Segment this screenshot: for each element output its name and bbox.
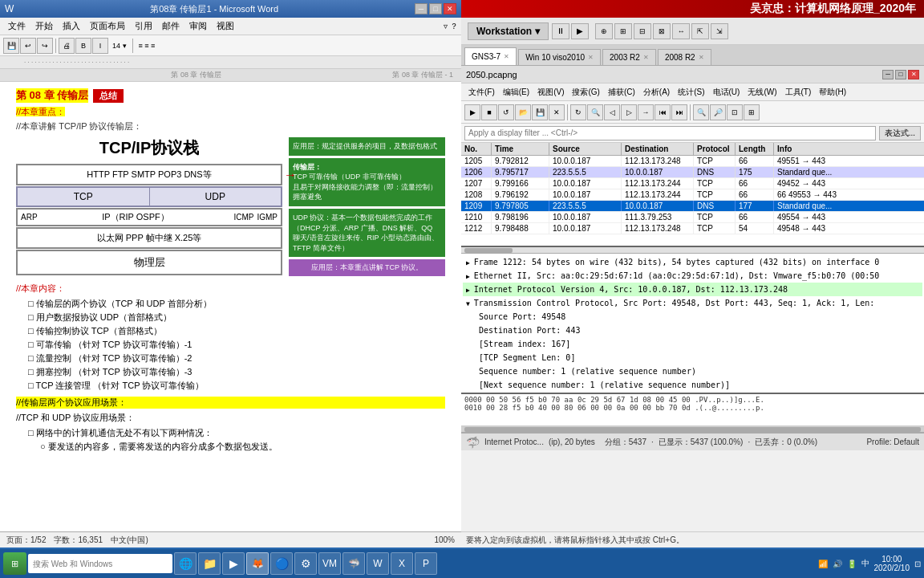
packet-scrollbar[interactable] [461,247,924,254]
ws-toolbar-resize-cols[interactable]: ⊞ [744,104,760,120]
detail-ip[interactable]: ▶ Internet Protocol Version 4, Src: 10.0… [463,283,922,296]
taskbar-app-vmware[interactable]: VM [318,552,341,575]
gns3-tab-0-close[interactable]: ✕ [504,53,509,60]
taskbar-notifications[interactable]: ⊡ [914,560,921,568]
ws-minimize-btn[interactable]: ─ [882,70,894,79]
vm-btn-5[interactable]: ↔ [672,23,690,39]
gns3-tab-2[interactable]: 2003 R2 ✕ [602,49,656,65]
ws-menu-analyze[interactable]: 分析(A) [639,85,674,100]
word-menu-review[interactable]: 审阅 [184,18,212,34]
ws-toolbar-stop[interactable]: ■ [481,104,497,120]
detail-ethernet[interactable]: ▶ Ethernet II, Src: aa:0c:29:5d:67:1d (a… [463,269,922,283]
ws-menu-go[interactable]: 搜索(G) [568,85,603,100]
ws-menu-file[interactable]: 文件(F) [464,85,499,100]
ws-toolbar-first[interactable]: ⏮ [654,104,671,120]
vm-btn-1[interactable]: ⊕ [595,23,613,39]
ws-menu-help[interactable]: 帮助(H) [815,85,850,100]
word-maximize-button[interactable]: □ [429,3,442,14]
vm-btn-6[interactable]: ⇱ [691,23,709,39]
word-minimize-button[interactable]: ─ [415,3,428,14]
ws-menu-capture[interactable]: 捕获(C) [604,85,639,100]
toolbar-italic-btn[interactable]: I [92,38,108,54]
ws-toolbar-zoom-out[interactable]: 🔎 [710,104,726,120]
taskbar-app-wireshark[interactable]: 🦈 [342,552,365,575]
word-menu-layout[interactable]: 页面布局 [85,18,130,34]
toolbar-undo-btn[interactable]: ↩ [20,38,36,54]
taskbar-app-chrome[interactable]: 🔵 [270,552,293,575]
toolbar-print-btn[interactable]: 🖨 [59,38,75,54]
ws-menu-wireless[interactable]: 无线(W) [744,85,780,100]
taskbar-app-firefox[interactable]: 🦊 [246,552,269,575]
gns3-tab-1-close[interactable]: ✕ [588,54,594,61]
detail-frame[interactable]: ▶ Frame 1212: 54 bytes on wire (432 bits… [463,255,922,269]
taskbar-app-ppt[interactable]: P [415,552,437,575]
vm-btn-4[interactable]: ⊠ [653,23,671,39]
filter-input[interactable] [464,126,876,140]
taskbar-app-ie[interactable]: 🌐 [174,552,197,575]
ws-menu-view[interactable]: 视图(V) [533,85,568,100]
ws-menu-tools[interactable]: 工具(T) [781,85,816,100]
ws-menu-telephony[interactable]: 电话(U) [709,85,744,100]
ws-toolbar-save[interactable]: 💾 [532,104,548,120]
packet-detail[interactable]: ▶ Frame 1212: 54 bytes on wire (432 bits… [461,254,924,394]
hex-scrollbar[interactable] [461,426,924,433]
ws-toolbar-last[interactable]: ⏭ [671,104,687,120]
vm-btn-7[interactable]: ⇲ [711,23,728,39]
pause-btn[interactable]: ⏸ [552,23,569,39]
ws-toolbar-goto[interactable]: → [638,104,654,120]
word-menu-references[interactable]: 引用 [130,18,157,34]
ws-menu-stats[interactable]: 统计(S) [674,85,708,100]
filter-expr-btn[interactable]: 表达式... [879,126,921,140]
word-close-button[interactable]: ✕ [444,3,456,14]
packet-row-1209[interactable]: 1209 9.797805 223.5.5.5 10.0.0.187 DNS 1… [461,201,924,212]
ws-close-btn[interactable]: ✕ [908,70,919,79]
ws-toolbar-close[interactable]: ✕ [549,104,565,120]
ws-maximize-btn[interactable]: □ [895,70,906,79]
vm-btn-3[interactable]: ⊟ [634,23,651,39]
packet-row-1208[interactable]: 1208 9.796192 10.0.0.187 112.13.173.244 … [461,189,924,201]
ws-toolbar-prev[interactable]: ◁ [604,104,620,120]
toolbar-save-btn[interactable]: 💾 [3,38,19,54]
toolbar-redo-btn[interactable]: ↪ [37,38,53,54]
gns3-tab-1[interactable]: Win 10 viso2010 ✕ [518,49,601,65]
gns3-tab-3[interactable]: 2008 R2 ✕ [658,49,711,65]
taskbar-app-folder[interactable]: 📁 [198,552,221,575]
packet-row-1205[interactable]: 1205 9.792812 10.0.0.187 112.13.173.248 … [461,156,924,167]
vm-btn-2[interactable]: ⊞ [614,23,632,39]
gns3-close-btn[interactable]: ✕ [906,3,919,14]
ws-toolbar-find[interactable]: 🔍 [587,104,603,120]
gns3-minimize-btn[interactable]: ─ [877,3,890,14]
status-profile: Profile: Default [866,438,919,446]
ws-toolbar-zoom-in[interactable]: 🔍 [693,104,709,120]
detail-tcp[interactable]: ▼ Transmission Control Protocol, Src Por… [463,296,922,310]
packet-row-1210[interactable]: 1210 9.798196 10.0.0.187 111.3.79.253 TC… [461,212,924,223]
word-menu-mail[interactable]: 邮件 [157,18,184,34]
ws-menu-edit[interactable]: 编辑(E) [499,85,533,100]
workstation-dropdown[interactable]: Workstation ▾ [468,22,549,40]
ws-toolbar-next[interactable]: ▷ [621,104,637,120]
ws-toolbar-reset-zoom[interactable]: ⊡ [727,104,743,120]
gns3-tab-3-close[interactable]: ✕ [699,54,704,61]
word-menu-file[interactable]: 文件 [3,18,30,34]
gns3-maximize-btn[interactable]: □ [892,3,905,14]
toolbar-bold-btn[interactable]: B [75,38,91,54]
taskbar-app-media[interactable]: ▶ [222,552,245,575]
packet-row-1207[interactable]: 1207 9.799166 10.0.0.187 112.13.173.244 … [461,178,924,189]
ws-toolbar-open[interactable]: 📂 [515,104,531,120]
packet-row-1212[interactable]: 1212 9.798488 10.0.0.187 112.13.173.248 … [461,223,924,234]
ws-toolbar-reload[interactable]: ↻ [570,104,586,120]
gns3-tab-0[interactable]: GNS3-7 ✕ [464,47,517,65]
taskbar-app-word[interactable]: W [367,552,389,575]
taskbar-app-settings[interactable]: ⚙ [294,552,317,575]
word-menu-view[interactable]: 视图 [212,18,239,34]
gns3-tab-2-close[interactable]: ✕ [643,54,649,61]
word-menu-home[interactable]: 开始 [30,18,58,34]
play-btn[interactable]: ▶ [571,23,589,39]
ws-toolbar-start[interactable]: ▶ [464,104,480,120]
packet-row-1206[interactable]: 1206 9.795717 223.5.5.5 10.0.0.187 DNS 1… [461,167,924,178]
word-menu-insert[interactable]: 插入 [58,18,85,34]
taskbar-app-excel[interactable]: X [391,552,413,575]
taskbar-search[interactable] [28,554,172,573]
ws-toolbar-restart[interactable]: ↺ [498,104,514,120]
start-button[interactable]: ⊞ [3,552,26,575]
